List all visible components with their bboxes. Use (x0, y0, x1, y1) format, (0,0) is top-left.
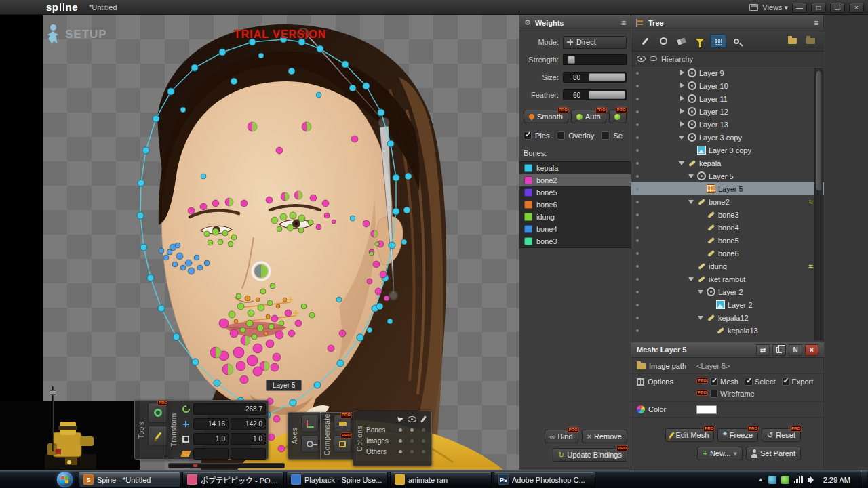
close-button[interactable]: × (849, 3, 864, 13)
delete-button[interactable]: × (805, 344, 818, 356)
normalize-button[interactable]: PRO (609, 110, 627, 123)
toggle-dot[interactable] (422, 428, 425, 432)
expander-icon[interactable] (688, 263, 694, 269)
swap-button[interactable]: ⇄ (756, 344, 770, 356)
overlay-checkbox[interactable] (557, 131, 565, 140)
scale-y-field[interactable]: 1.0 (231, 433, 266, 445)
expander-icon[interactable] (679, 134, 685, 140)
compensate-bones-button[interactable]: PRO (334, 435, 351, 453)
mini-scrollbar-handle[interactable] (193, 464, 197, 467)
toggle-dot[interactable] (399, 439, 402, 443)
size-slider-handle[interactable] (589, 73, 625, 81)
reset-button[interactable]: ↺ResetPRO (762, 428, 801, 442)
scale-icon[interactable] (180, 436, 191, 443)
taskbar-item[interactable]: S Spine - *Untitled (79, 472, 180, 487)
search-button[interactable] (728, 34, 745, 48)
bone-list-item[interactable]: bone6 (519, 199, 631, 211)
expander-icon[interactable] (707, 327, 713, 333)
strength-slider-handle[interactable] (568, 56, 576, 64)
viewport[interactable]: SETUP TRIAL VERSION Layer 5 Tools PRO Tr… (0, 15, 519, 470)
start-button[interactable] (57, 472, 73, 487)
translate-icon[interactable] (180, 421, 191, 427)
toggle-dot[interactable] (410, 439, 414, 443)
bone-list-item[interactable]: bone4 (519, 223, 631, 235)
expander-icon[interactable] (688, 173, 694, 179)
axes-local-button[interactable] (301, 435, 319, 453)
expander-icon[interactable] (698, 289, 704, 295)
visibility-dot[interactable] (636, 226, 639, 229)
visibility-dot[interactable] (636, 291, 639, 293)
strength-slider[interactable] (563, 54, 627, 65)
circle-tool-button[interactable] (655, 34, 671, 48)
tree-row[interactable]: kepala (631, 157, 824, 169)
toggle-dot[interactable] (422, 450, 425, 453)
tree-row[interactable]: Layer 11 (631, 92, 824, 105)
zoom-slider[interactable] (49, 386, 57, 451)
monitor-icon[interactable] (749, 4, 758, 11)
visibility-dot[interactable] (636, 304, 639, 306)
translate-x-field[interactable]: 14.16 (193, 418, 229, 430)
expander-icon[interactable] (679, 160, 685, 166)
expander-icon[interactable] (698, 314, 704, 321)
taskbar-item[interactable]: Playback - Spine Use... (286, 472, 388, 487)
bone-list-item[interactable]: bone2 (519, 174, 631, 186)
visibility-dot[interactable] (636, 214, 639, 216)
tree-row[interactable]: kepala13 (631, 324, 824, 337)
tree-row[interactable]: Layer 10 (631, 79, 824, 92)
visibility-dot[interactable] (636, 110, 639, 113)
visibility-dot[interactable] (636, 239, 639, 242)
tree-row[interactable]: Layer 2 (631, 285, 824, 298)
expander-icon[interactable] (698, 237, 704, 243)
maximize-button[interactable]: □ (811, 3, 826, 13)
tray-expand-icon[interactable]: ▲ (758, 476, 764, 483)
views-button[interactable]: Views▾ (762, 3, 788, 12)
smooth-button[interactable]: SmoothPRO (524, 110, 568, 123)
translate-y-field[interactable]: 142.0 (231, 418, 266, 430)
color-swatch[interactable] (696, 405, 717, 414)
shear-icon[interactable] (180, 451, 191, 457)
visibility-dot[interactable] (636, 98, 639, 100)
visibility-dot[interactable] (636, 85, 639, 87)
export-checkbox[interactable]: ✓ (782, 378, 790, 386)
expander-icon[interactable] (698, 211, 704, 218)
select-checkbox[interactable] (601, 131, 610, 140)
scale-x-field[interactable]: 1.0 (193, 433, 229, 445)
bone-list-item[interactable]: bone3 (519, 235, 631, 247)
expander-icon[interactable] (698, 250, 704, 256)
minimize-button[interactable]: — (792, 3, 807, 13)
new-button[interactable]: +New...▾ (697, 447, 743, 460)
filter-button[interactable] (692, 34, 708, 48)
volume-icon[interactable] (808, 478, 810, 482)
tree-row[interactable]: kepala12 (631, 311, 824, 324)
tree-row[interactable]: iket rambut (631, 272, 824, 285)
feather-slider[interactable]: 60 (563, 89, 627, 100)
weights-tool-button[interactable] (148, 426, 168, 446)
visibility-dot[interactable] (636, 278, 639, 281)
visibility-dot[interactable] (636, 201, 639, 203)
menu-icon[interactable]: ≡ (621, 18, 626, 28)
expander-icon[interactable] (688, 276, 694, 282)
tree-row[interactable]: Layer 3 copy (631, 144, 824, 157)
remove-button[interactable]: ×Remove (582, 430, 627, 443)
tree-row[interactable]: bone6 (631, 247, 824, 260)
tree-row[interactable]: Layer 5 (631, 182, 824, 195)
tree-row[interactable]: Layer 13 (631, 118, 824, 131)
rename-button[interactable]: N (789, 344, 802, 356)
expander-icon[interactable] (688, 147, 694, 153)
tree-row[interactable]: bone3 (631, 208, 824, 221)
toggle-dot[interactable] (410, 428, 414, 432)
edit-mesh-button[interactable]: Edit MeshPRO (665, 428, 714, 442)
toggle-dot[interactable] (399, 450, 402, 453)
network-icon[interactable] (794, 476, 803, 483)
compensate-images-button[interactable]: PRO (334, 415, 351, 432)
rotate-icon[interactable] (180, 405, 191, 413)
size-slider[interactable]: 80 (563, 72, 627, 83)
taskbar-item[interactable]: ポプテピピック - POP TEAM... (182, 472, 284, 487)
tree-row[interactable]: Layer 3 copy (631, 131, 824, 144)
tray-app-icon-1[interactable] (768, 476, 776, 484)
tree-row[interactable]: bone5 (631, 234, 824, 247)
expander-icon[interactable] (688, 199, 694, 205)
toggle-dot[interactable] (410, 450, 414, 453)
visibility-dot[interactable] (636, 162, 639, 165)
new-folder-button[interactable] (784, 34, 800, 48)
